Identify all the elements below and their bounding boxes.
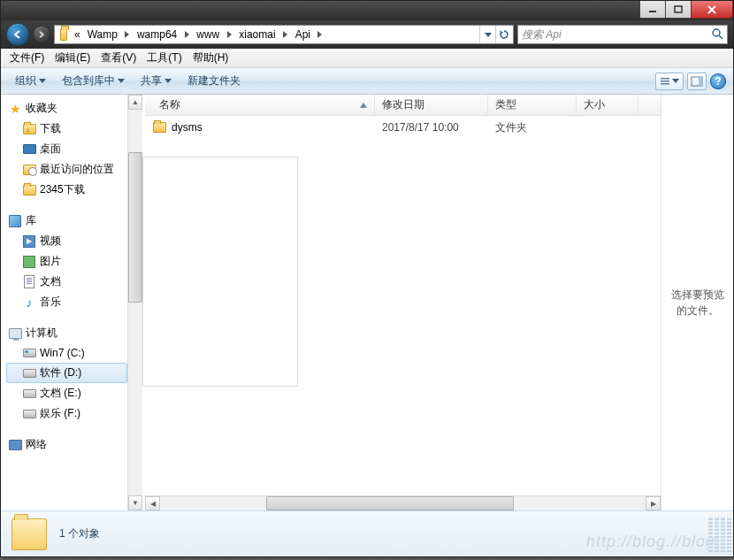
- maximize-button[interactable]: [665, 1, 692, 19]
- help-button[interactable]: ?: [710, 73, 726, 89]
- close-button[interactable]: [691, 1, 733, 19]
- folder-icon: [11, 518, 47, 550]
- status-bar: 1 个对象 http://blog.//blog.: [1, 510, 733, 556]
- drive-icon: [22, 346, 36, 360]
- desktop-icon: [22, 142, 36, 157]
- menu-view[interactable]: 查看(V): [96, 49, 141, 67]
- menu-tools[interactable]: 工具(T): [141, 49, 187, 67]
- download-icon: ↓: [22, 122, 36, 136]
- computer-icon: [8, 326, 22, 341]
- column-name[interactable]: 名称: [152, 95, 375, 115]
- sidebar-item-downloads[interactable]: ↓下载: [6, 119, 127, 139]
- preview-placeholder: 选择要预览的文件。: [667, 287, 728, 318]
- file-rows: dysms 2017/8/17 10:00 文件夹: [145, 116, 661, 495]
- breadcrumb: « Wamp wamp64 www xiaomai Api: [71, 26, 326, 43]
- crumb-www[interactable]: www: [193, 26, 223, 43]
- libraries-group: 库 ▶视频 图片 文档 ♪音乐: [6, 211, 127, 312]
- sort-asc-icon: [360, 103, 367, 108]
- folder-icon: [57, 27, 71, 42]
- search-input[interactable]: 搜索 Api: [517, 25, 728, 44]
- minimize-button[interactable]: [639, 1, 666, 19]
- scroll-thumb[interactable]: [266, 496, 514, 510]
- svg-line-3: [719, 35, 723, 39]
- search-icon: [711, 27, 723, 42]
- file-date: 2017/8/17 10:00: [375, 121, 488, 134]
- new-folder-button[interactable]: 新建文件夹: [180, 71, 248, 91]
- computer-header[interactable]: 计算机: [6, 323, 127, 343]
- chevron-right-icon[interactable]: [121, 26, 134, 43]
- forward-button[interactable]: [33, 26, 50, 43]
- folder-icon: [22, 183, 36, 197]
- back-button[interactable]: [6, 23, 29, 46]
- chevron-right-icon[interactable]: [279, 26, 292, 43]
- chevron-right-icon[interactable]: [180, 26, 193, 43]
- column-date[interactable]: 修改日期: [375, 95, 488, 115]
- sidebar-item-drive-f[interactable]: 娱乐 (F:): [6, 403, 127, 424]
- sidebar-item-2345[interactable]: 2345下载: [6, 180, 127, 200]
- scroll-track[interactable]: [128, 303, 142, 495]
- libraries-header[interactable]: 库: [6, 211, 127, 231]
- favorites-header[interactable]: ★收藏夹: [6, 98, 127, 119]
- crumb-wamp[interactable]: Wamp: [84, 26, 121, 43]
- column-headers: 名称 修改日期 类型 大小: [145, 95, 661, 116]
- sidebar-item-drive-c[interactable]: Win7 (C:): [6, 343, 127, 363]
- menu-file[interactable]: 文件(F): [4, 49, 50, 67]
- address-dropdown-button[interactable]: [479, 26, 495, 43]
- scroll-track[interactable]: [514, 496, 646, 510]
- menu-edit[interactable]: 编辑(E): [50, 49, 96, 67]
- chevron-down-icon: [164, 79, 172, 83]
- share-button[interactable]: 共享: [134, 71, 179, 91]
- scroll-left-button[interactable]: ◀: [145, 496, 160, 510]
- network-header[interactable]: 网络: [6, 434, 127, 455]
- sidebar-item-documents[interactable]: 文档: [6, 272, 127, 292]
- address-bar[interactable]: « Wamp wamp64 www xiaomai Api: [54, 25, 514, 44]
- navigation-pane: ★收藏夹 ↓下载 桌面 最近访问的位置 2345下载 库 ▶视频 图片 文档 ♪…: [1, 95, 142, 510]
- horizontal-scrollbar[interactable]: ◀ ▶: [145, 495, 661, 510]
- preview-pane: 选择要预览的文件。: [661, 95, 733, 510]
- picture-icon: [22, 255, 36, 269]
- sidebar-item-desktop[interactable]: 桌面: [6, 139, 127, 159]
- view-options-button[interactable]: [655, 73, 684, 90]
- menu-bar: 文件(F) 编辑(E) 查看(V) 工具(T) 帮助(H): [1, 49, 733, 68]
- menu-help[interactable]: 帮助(H): [187, 49, 234, 67]
- svg-rect-4: [661, 78, 669, 80]
- details-pane-resize[interactable]: [643, 517, 731, 553]
- sidebar-item-music[interactable]: ♪音乐: [6, 292, 127, 312]
- sidebar-scrollbar[interactable]: ▲ ▼: [127, 95, 142, 510]
- chevron-right-icon[interactable]: [223, 26, 235, 43]
- include-library-button[interactable]: 包含到库中: [55, 71, 132, 91]
- scroll-right-button[interactable]: ▶: [646, 496, 661, 510]
- folder-icon: [152, 120, 166, 134]
- file-row[interactable]: dysms 2017/8/17 10:00 文件夹: [145, 118, 661, 137]
- library-icon: [8, 214, 22, 228]
- search-placeholder: 搜索 Api: [522, 27, 562, 42]
- network-group: 网络: [6, 434, 127, 455]
- sidebar-item-drive-d[interactable]: 软件 (D:): [6, 363, 127, 383]
- scroll-up-button[interactable]: ▲: [128, 95, 142, 110]
- svg-point-2: [713, 29, 720, 36]
- chevron-right-icon[interactable]: [314, 26, 326, 43]
- drive-icon: [22, 407, 36, 421]
- sidebar-item-recent[interactable]: 最近访问的位置: [6, 159, 127, 180]
- video-icon: ▶: [22, 234, 36, 249]
- file-list-pane: 名称 修改日期 类型 大小 dysms 2017/8/17 10:00 文件夹 …: [145, 95, 661, 510]
- scroll-thumb[interactable]: [128, 152, 142, 303]
- drive-icon: [22, 387, 36, 401]
- sidebar-item-pictures[interactable]: 图片: [6, 251, 127, 272]
- crumb-api[interactable]: Api: [292, 26, 314, 43]
- column-size[interactable]: 大小: [577, 95, 638, 115]
- sidebar-item-drive-e[interactable]: 文档 (E:): [6, 383, 127, 403]
- chevron-down-icon: [39, 79, 46, 83]
- sidebar-item-videos[interactable]: ▶视频: [6, 231, 127, 251]
- crumb-xiaomai[interactable]: xiaomai: [235, 26, 279, 43]
- column-type[interactable]: 类型: [488, 95, 577, 115]
- crumb-overflow[interactable]: «: [71, 26, 84, 43]
- content-area: ★收藏夹 ↓下载 桌面 最近访问的位置 2345下载 库 ▶视频 图片 文档 ♪…: [1, 95, 733, 510]
- scroll-down-button[interactable]: ▼: [128, 495, 142, 510]
- navigation-bar: « Wamp wamp64 www xiaomai Api 搜索 Api: [1, 20, 733, 49]
- refresh-button[interactable]: [495, 26, 511, 43]
- crumb-wamp64[interactable]: wamp64: [134, 26, 180, 43]
- favorites-group: ★收藏夹 ↓下载 桌面 最近访问的位置 2345下载: [6, 98, 127, 200]
- organize-button[interactable]: 组织: [8, 71, 53, 91]
- preview-pane-button[interactable]: [687, 73, 707, 90]
